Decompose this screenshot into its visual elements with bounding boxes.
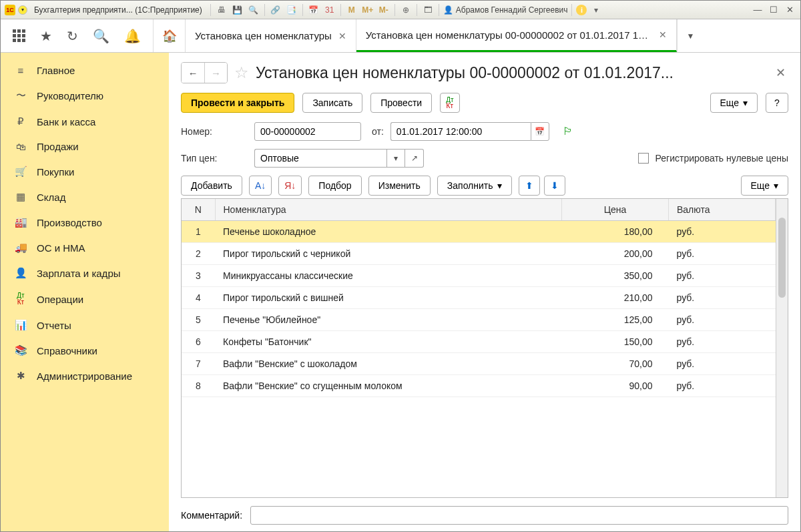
table-row[interactable]: 5Печенье "Юбилейное"125,00руб.	[182, 309, 776, 331]
windows-icon[interactable]: 🗔	[421, 4, 435, 16]
memory-mplus-icon[interactable]: M+	[361, 4, 374, 16]
col-name[interactable]: Номенклатура	[215, 199, 562, 221]
truck-icon: 🚚	[14, 242, 27, 254]
move-up-button[interactable]: ⬆	[519, 176, 540, 196]
cell-price: 210,00	[562, 287, 669, 309]
table-row[interactable]: 4Пирог тирольский с вишней210,00руб.	[182, 287, 776, 309]
memory-mminus-icon[interactable]: M-	[377, 4, 390, 16]
window-title: Бухгалтерия предприяти... (1С:Предприяти…	[34, 5, 202, 15]
pricetype-input[interactable]	[254, 149, 386, 168]
dtkt-icon: ДтКт	[446, 97, 453, 109]
sidebar-item-purchases[interactable]: 🛒Покупки	[1, 159, 169, 184]
sort-asc-button[interactable]: А↓	[249, 176, 272, 196]
table-more-button[interactable]: Еще ▾	[741, 176, 789, 196]
sidebar-item-label: Покупки	[37, 166, 74, 178]
sidebar-item-hr[interactable]: 👤Зарплата и кадры	[1, 260, 169, 286]
apps-grid-icon[interactable]	[13, 29, 25, 42]
notifications-icon[interactable]: 🔔	[124, 28, 141, 44]
number-input[interactable]	[254, 122, 361, 141]
table-row[interactable]: 8Вафли "Венские" со сгущенным молоком90,…	[182, 375, 776, 397]
zoom-icon[interactable]: ⊕	[399, 4, 413, 16]
search-icon[interactable]: 🔍	[93, 28, 109, 44]
tabs-overflow-button[interactable]: ▼	[677, 19, 704, 52]
maximize-button[interactable]: ☐	[767, 4, 780, 16]
close-document-icon[interactable]: ✕	[773, 65, 788, 80]
close-window-button[interactable]: ✕	[783, 4, 796, 16]
col-price[interactable]: Цена	[562, 199, 669, 221]
sidebar-item-reports[interactable]: 📊Отчеты	[1, 312, 169, 338]
post-button[interactable]: Провести	[370, 93, 432, 113]
col-n[interactable]: N	[182, 199, 215, 221]
calendar-icon[interactable]: 📅	[307, 4, 320, 16]
sidebar-item-sales[interactable]: 🛍Продажи	[1, 134, 169, 159]
fill-button[interactable]: Заполнить ▾	[437, 176, 512, 196]
cart-icon: 🛒	[14, 166, 27, 178]
table-row[interactable]: 2Пирог тирольский с черникой200,00руб.	[182, 243, 776, 265]
table-row[interactable]: 7Вафли "Венские" с шоколадом70,00руб.	[182, 353, 776, 375]
table-row[interactable]: 3Миникруассаны классические350,00руб.	[182, 265, 776, 287]
help-button[interactable]: ?	[766, 93, 788, 113]
current-user[interactable]: 👤 Абрамов Геннадий Сергеевич	[443, 5, 568, 15]
write-button[interactable]: Записать	[302, 93, 362, 113]
cell-price: 180,00	[562, 221, 669, 243]
tab-price-list[interactable]: Установка цен номенклатуры ✕	[186, 19, 356, 52]
table-row[interactable]: 6Конфеты "Батончик"150,00руб.	[182, 331, 776, 353]
nav-icons: ★ ↻ 🔍 🔔	[1, 19, 154, 52]
open-ref-icon[interactable]: ↗	[405, 149, 424, 168]
col-currency[interactable]: Валюта	[669, 199, 776, 221]
scrollbar-thumb[interactable]	[778, 218, 786, 298]
table-row[interactable]: 1Печенье шоколадное180,00руб.	[182, 221, 776, 243]
print-icon[interactable]: 🖶	[215, 4, 228, 16]
chevron-down-icon: ▾	[774, 180, 778, 191]
sidebar-item-admin[interactable]: ✱Администрирование	[1, 363, 169, 388]
sort-desc-button[interactable]: Я↓	[278, 176, 302, 196]
info-icon[interactable]: i	[576, 5, 587, 15]
preview-icon[interactable]: 🔍	[247, 4, 260, 16]
sidebar-item-catalogs[interactable]: 📚Справочники	[1, 338, 169, 363]
sidebar-item-production[interactable]: 🏭Производство	[1, 210, 169, 235]
calendar-picker-icon[interactable]: 📅	[531, 122, 549, 141]
system-menu-dropdown[interactable]: ▾	[18, 5, 27, 15]
sidebar-item-label: Справочники	[37, 345, 97, 356]
cell-currency: руб.	[669, 221, 776, 243]
tab-price-doc[interactable]: Установка цен номенклатуры 00-00000002 о…	[356, 19, 677, 52]
change-button[interactable]: Изменить	[368, 176, 431, 196]
date-input[interactable]	[390, 122, 531, 141]
more-button[interactable]: Еще ▾	[710, 93, 758, 113]
info-dropdown[interactable]: ▾	[589, 4, 603, 16]
pick-button[interactable]: Подбор	[308, 176, 361, 196]
favorites-icon[interactable]: ★	[40, 28, 52, 44]
minimize-button[interactable]: —	[751, 4, 764, 16]
save-icon[interactable]: 💾	[231, 4, 244, 16]
copy-icon[interactable]: 📑	[285, 4, 298, 16]
back-button[interactable]: ←	[182, 63, 204, 83]
add-row-button[interactable]: Добавить	[181, 176, 242, 196]
sidebar-item-operations[interactable]: ДтКтОперации	[1, 286, 169, 312]
forward-button[interactable]: →	[204, 63, 227, 83]
sidebar-item-manager[interactable]: 〜Руководителю	[1, 83, 169, 109]
memory-m-icon[interactable]: M	[345, 4, 358, 16]
post-and-close-button[interactable]: Провести и закрыть	[181, 93, 294, 113]
zero-prices-checkbox[interactable]	[638, 153, 649, 164]
sidebar-item-bank[interactable]: ₽Банк и касса	[1, 109, 169, 134]
tab-close-icon[interactable]: ✕	[659, 29, 667, 40]
user-name: Абрамов Геннадий Сергеевич	[456, 5, 568, 15]
favorite-star-icon[interactable]: ☆	[234, 63, 249, 82]
sidebar-item-label: Руководителю	[37, 90, 103, 101]
history-icon[interactable]: ↻	[67, 28, 78, 44]
sidebar-item-main[interactable]: ≡Главное	[1, 58, 169, 83]
main-content: ← → ☆ Установка цен номенклатуры 00-0000…	[169, 53, 800, 531]
sidebar-item-assets[interactable]: 🚚ОС и НМА	[1, 235, 169, 260]
link-icon[interactable]: 🔗	[269, 4, 282, 16]
move-down-button[interactable]: ⬇	[544, 176, 565, 196]
calendar-31-icon[interactable]: 31	[323, 4, 336, 16]
table-scrollbar[interactable]	[776, 199, 788, 497]
sidebar-item-warehouse[interactable]: ▦Склад	[1, 184, 169, 210]
home-tab[interactable]: 🏠	[154, 19, 186, 52]
tab-close-icon[interactable]: ✕	[338, 31, 346, 41]
dtkt-button[interactable]: ДтКт	[440, 93, 459, 113]
dropdown-icon[interactable]: ▾	[386, 149, 405, 168]
cell-n: 6	[182, 331, 215, 353]
comment-input[interactable]	[250, 506, 788, 525]
chart-icon: 〜	[14, 89, 27, 102]
